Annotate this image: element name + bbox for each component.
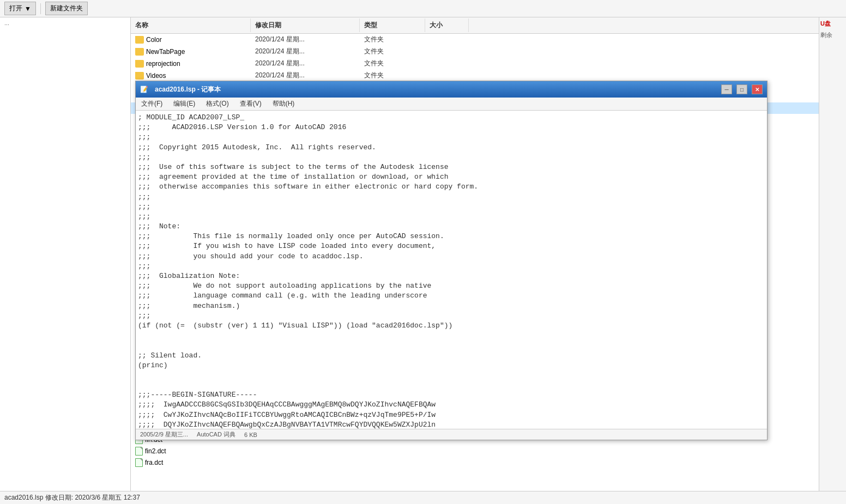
file-name: fra.dct [131, 458, 251, 467]
folder-icon [135, 60, 144, 68]
status-text: acad2016.lsp 修改日期: 2020/3/6 星期五 12:37 [4, 493, 140, 502]
table-row[interactable]: Color 2020/1/24 星期... 文件夹 [131, 34, 819, 46]
file-icon-dct [135, 458, 143, 467]
open-button[interactable]: 打开 ▼ [4, 2, 36, 15]
notepad-statusbar: 2005/2/9 星期三... AutoCAD 词典 6 KB [136, 429, 767, 440]
folder-icon [135, 72, 144, 80]
notepad-status-date: 2005/2/9 星期三... [140, 430, 188, 439]
col-name-header[interactable]: 名称 [131, 19, 251, 32]
status-bar: acad2016.lsp 修改日期: 2020/3/6 星期五 12:37 [0, 491, 846, 504]
new-folder-button[interactable]: 新建文件夹 [45, 2, 88, 15]
file-name: reprojection [131, 60, 251, 68]
menu-help[interactable]: 帮助(H) [267, 98, 300, 110]
open-dropdown-icon[interactable]: ▼ [25, 5, 31, 13]
table-row[interactable]: fra.dct [131, 457, 819, 469]
folder-icon [135, 48, 144, 56]
file-list-header: 名称 修改日期 类型 大小 [131, 17, 819, 34]
right-panel-title: U盘 [819, 17, 846, 30]
file-name: NewTabPage [131, 48, 251, 56]
file-name: Videos [131, 72, 251, 80]
notepad-icon: 📝 [140, 86, 148, 93]
file-name: fin2.dct [131, 447, 251, 456]
col-type-header[interactable]: 类型 [360, 19, 425, 32]
table-row[interactable]: reprojection 2020/1/24 星期... 文件夹 [131, 58, 819, 70]
notepad-status-type: AutoCAD 词典 [197, 430, 235, 439]
table-row[interactable]: fin2.dct [131, 446, 819, 457]
col-size-header[interactable]: 大小 [425, 19, 469, 32]
notepad-menubar: 文件(F) 编辑(E) 格式(O) 查看(V) 帮助(H) [136, 98, 767, 111]
close-button[interactable]: ✕ [752, 84, 763, 94]
toolbar-separator [40, 3, 41, 14]
sidebar-section: ... [0, 17, 130, 28]
menu-format[interactable]: 格式(O) [201, 98, 234, 110]
menu-view[interactable]: 查看(V) [234, 98, 267, 110]
right-panel: U盘 剩余 [819, 17, 846, 491]
minimize-button[interactable]: ─ [721, 84, 732, 94]
maximize-button[interactable]: □ [736, 84, 747, 94]
notepad-title: acad2016.lsp - 记事本 [155, 85, 717, 94]
table-row[interactable]: NewTabPage 2020/1/24 星期... 文件夹 [131, 46, 819, 58]
menu-edit[interactable]: 编辑(E) [168, 98, 201, 110]
open-label: 打开 [9, 4, 22, 13]
notepad-window: 📝 acad2016.lsp - 记事本 ─ □ ✕ 文件(F) 编辑(E) 格… [135, 81, 768, 440]
folder-icon [135, 36, 144, 44]
notepad-content-area[interactable]: ; MODULE_ID ACAD2007_LSP_ ;;; ACAD2016.L… [136, 111, 767, 429]
explorer-toolbar: 打开 ▼ 新建文件夹 [0, 0, 846, 17]
col-date-header[interactable]: 修改日期 [251, 19, 360, 32]
file-icon-dct [135, 447, 143, 456]
new-folder-label: 新建文件夹 [50, 4, 83, 13]
notepad-status-size: 6 KB [244, 432, 257, 438]
file-name: Color [131, 36, 251, 44]
table-row[interactable]: Videos 2020/1/24 星期... 文件夹 [131, 70, 819, 82]
menu-file[interactable]: 文件(F) [136, 98, 168, 110]
notepad-titlebar[interactable]: 📝 acad2016.lsp - 记事本 ─ □ ✕ [136, 81, 767, 98]
file-sidebar: ... [0, 17, 131, 491]
right-panel-label: 剩余 [819, 30, 846, 40]
